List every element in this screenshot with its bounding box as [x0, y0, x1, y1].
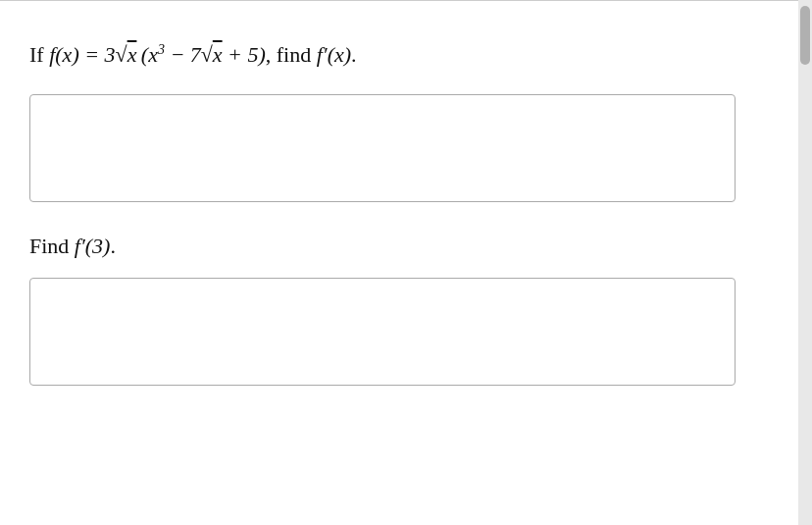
question2-formula: f′(3) — [75, 234, 111, 258]
question2-text: Find f′(3). — [29, 230, 769, 262]
question1-text: If f(x) = 3√x (x3 − 7√x + 5), find f′(x)… — [29, 38, 769, 71]
answer-box-1[interactable] — [29, 94, 736, 202]
question1-block: If f(x) = 3√x (x3 − 7√x + 5), find f′(x)… — [29, 21, 769, 88]
question2-block: Find f′(3). — [29, 220, 769, 272]
scrollbar-track[interactable] — [798, 0, 812, 525]
answer-box-2[interactable] — [29, 278, 736, 386]
scrollbar-thumb[interactable] — [800, 6, 810, 65]
content-area: If f(x) = 3√x (x3 − 7√x + 5), find f′(x)… — [0, 0, 798, 525]
main-container: If f(x) = 3√x (x3 − 7√x + 5), find f′(x)… — [0, 0, 812, 525]
question1-formula: f(x) = 3√x (x3 − 7√x + 5) — [49, 42, 266, 67]
question1-find: f′(x) — [317, 42, 351, 67]
